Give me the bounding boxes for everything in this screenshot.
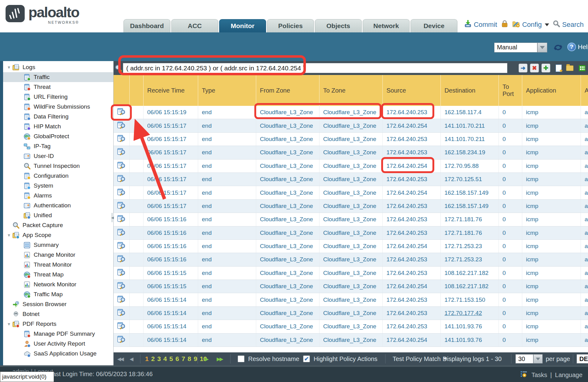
column-header-to-zone[interactable]: To Zone bbox=[319, 75, 383, 106]
sidebar-item-threat-monitor[interactable]: Threat Monitor bbox=[3, 260, 113, 270]
sidebar-item-alarms[interactable]: Alarms bbox=[3, 191, 113, 201]
log-detail-cell[interactable] bbox=[114, 119, 130, 132]
log-detail-cell[interactable] bbox=[114, 293, 130, 306]
tasks-button[interactable]: Tasks bbox=[532, 372, 547, 379]
sidebar-item-manage-pdf-summary[interactable]: Manage PDF Summary bbox=[3, 329, 113, 339]
log-detail-cell[interactable] bbox=[114, 106, 130, 119]
sidebar-item-globalprotect[interactable]: GlobalProtect bbox=[3, 131, 113, 141]
page-number-7[interactable]: 7 bbox=[181, 355, 185, 363]
sidebar-item-app-scope[interactable]: ▼App Scope bbox=[3, 230, 113, 240]
tree-expand-icon[interactable]: ▼ bbox=[6, 65, 12, 70]
log-detail-cell[interactable] bbox=[114, 213, 130, 226]
tab-acc[interactable]: ACC bbox=[171, 19, 218, 32]
log-detail-cell[interactable] bbox=[114, 334, 130, 347]
log-detail-magnifier-icon[interactable] bbox=[117, 282, 126, 291]
log-detail-cell[interactable] bbox=[114, 280, 130, 293]
column-header-source[interactable]: Source bbox=[383, 75, 441, 106]
page-number-9[interactable]: 9 bbox=[194, 355, 198, 363]
page-number-1[interactable]: 1 bbox=[145, 355, 149, 363]
log-detail-cell[interactable] bbox=[114, 320, 130, 333]
cell-destination[interactable]: 172.70.177.42 bbox=[444, 310, 482, 317]
sidebar-item-configuration[interactable]: Configuration bbox=[3, 171, 113, 181]
log-detail-cell[interactable] bbox=[114, 186, 130, 199]
sidebar-item-ip-tag[interactable]: IP-Tag bbox=[3, 141, 113, 151]
log-detail-magnifier-icon[interactable] bbox=[117, 336, 126, 344]
sidebar-item-network-monitor[interactable]: Network Monitor bbox=[3, 280, 113, 289]
per-page-dropdown-button[interactable] bbox=[533, 354, 543, 363]
log-detail-magnifier-icon[interactable] bbox=[117, 175, 126, 184]
sidebar-item-session-browser[interactable]: Session Browser bbox=[3, 299, 113, 309]
tab-network[interactable]: Network bbox=[363, 19, 410, 32]
sidebar-item-packet-capture[interactable]: Packet Capture bbox=[3, 220, 113, 230]
sidebar-item-user-id[interactable]: User-ID bbox=[3, 151, 113, 161]
sidebar-item-tunnel-inspection[interactable]: Tunnel Inspection bbox=[3, 161, 113, 171]
sidebar-item-saas-application-usage[interactable]: SaaS Application Usage bbox=[3, 349, 113, 359]
sidebar-item-hip-match[interactable]: HIP Match bbox=[3, 122, 113, 131]
apply-filter-button[interactable]: ➜ bbox=[519, 64, 528, 73]
log-detail-cell[interactable] bbox=[114, 200, 130, 213]
column-header-destination[interactable]: Destination bbox=[441, 75, 499, 106]
sidebar-item-threat-map[interactable]: Threat Map bbox=[3, 270, 113, 280]
log-detail-magnifier-icon[interactable] bbox=[117, 215, 126, 224]
sidebar-item-system[interactable]: System bbox=[3, 181, 113, 191]
language-button[interactable]: Language bbox=[555, 372, 582, 379]
sidebar-item-botnet[interactable]: Botnet bbox=[3, 309, 113, 319]
log-detail-cell[interactable] bbox=[114, 267, 130, 280]
commit-button[interactable]: Commit bbox=[464, 20, 497, 30]
log-detail-magnifier-icon[interactable] bbox=[117, 189, 126, 197]
column-header-from-zone[interactable]: From Zone bbox=[256, 75, 319, 106]
tree-expand-icon[interactable]: ▼ bbox=[6, 322, 12, 326]
log-detail-magnifier-icon[interactable] bbox=[117, 162, 126, 170]
sidebar-collapse-handle[interactable]: ◀ bbox=[111, 213, 114, 222]
column-header-type[interactable]: Type bbox=[198, 75, 256, 106]
page-number-6[interactable]: 6 bbox=[175, 355, 179, 363]
log-detail-cell[interactable] bbox=[114, 173, 130, 186]
tab-dashboard[interactable]: Dashboard bbox=[123, 19, 170, 32]
column-header-application[interactable]: Application bbox=[522, 75, 581, 106]
sidebar-item-logs[interactable]: ▼Logs bbox=[3, 62, 113, 72]
log-detail-cell[interactable] bbox=[114, 240, 130, 253]
prev-page-button[interactable]: ◀ bbox=[130, 352, 132, 365]
page-number-5[interactable]: 5 bbox=[169, 355, 173, 363]
save-filter-button[interactable] bbox=[554, 64, 563, 73]
tab-monitor[interactable]: Monitor bbox=[219, 19, 266, 32]
log-detail-magnifier-icon[interactable] bbox=[117, 322, 126, 331]
sort-order-select[interactable]: DESC bbox=[577, 352, 588, 365]
sidebar-item-wildfire-submissions[interactable]: WildFire Submissions bbox=[3, 102, 113, 112]
add-filter-button[interactable]: ✚ bbox=[541, 64, 550, 73]
last-page-button[interactable]: ▶▶ bbox=[217, 352, 223, 365]
sidebar-item-pdf-reports[interactable]: ▼PDF Reports bbox=[3, 319, 113, 329]
lock-icon[interactable] bbox=[501, 20, 508, 30]
log-detail-magnifier-icon[interactable] bbox=[117, 135, 126, 143]
page-number-8[interactable]: 8 bbox=[188, 355, 191, 363]
highlight-policy-actions-checkbox[interactable]: ✔ bbox=[303, 355, 310, 362]
refresh-mode-dropdown-button[interactable] bbox=[537, 43, 547, 52]
log-detail-cell[interactable] bbox=[114, 133, 130, 146]
filter-query-input[interactable] bbox=[123, 63, 507, 73]
config-menu[interactable]: Config bbox=[512, 20, 549, 30]
sidebar-item-traffic-map[interactable]: Traffic Map bbox=[3, 289, 113, 299]
sidebar-item-change-monitor[interactable]: Change Monitor bbox=[3, 250, 113, 260]
log-detail-magnifier-icon[interactable] bbox=[117, 202, 126, 210]
log-detail-magnifier-icon[interactable] bbox=[117, 309, 126, 318]
test-policy-match-button[interactable]: Test Policy Match bbox=[393, 352, 447, 365]
load-filter-button[interactable] bbox=[565, 64, 574, 73]
log-detail-magnifier-icon[interactable] bbox=[117, 255, 126, 264]
help-button[interactable]: ? Help bbox=[567, 43, 588, 51]
tab-objects[interactable]: Objects bbox=[315, 19, 362, 32]
page-number-2[interactable]: 2 bbox=[151, 355, 155, 363]
log-detail-cell[interactable] bbox=[114, 226, 130, 239]
sidebar-item-unified[interactable]: Unified bbox=[3, 210, 113, 220]
page-number-3[interactable]: 3 bbox=[157, 355, 161, 363]
sidebar-item-url-filtering[interactable]: URL Filtering bbox=[3, 92, 113, 102]
refresh-mode-select[interactable]: Manual bbox=[494, 43, 547, 52]
log-detail-cell[interactable] bbox=[114, 253, 130, 266]
clear-filter-button[interactable]: ✖ bbox=[530, 64, 539, 73]
log-detail-magnifier-icon[interactable] bbox=[117, 269, 126, 277]
refresh-icon[interactable] bbox=[553, 43, 563, 53]
sidebar-item-user-activity-report[interactable]: User Activity Report bbox=[3, 339, 113, 349]
column-header-action[interactable]: Action bbox=[581, 75, 588, 106]
tab-device[interactable]: Device bbox=[411, 19, 457, 32]
log-detail-cell[interactable] bbox=[114, 160, 130, 172]
tab-policies[interactable]: Policies bbox=[267, 19, 314, 32]
